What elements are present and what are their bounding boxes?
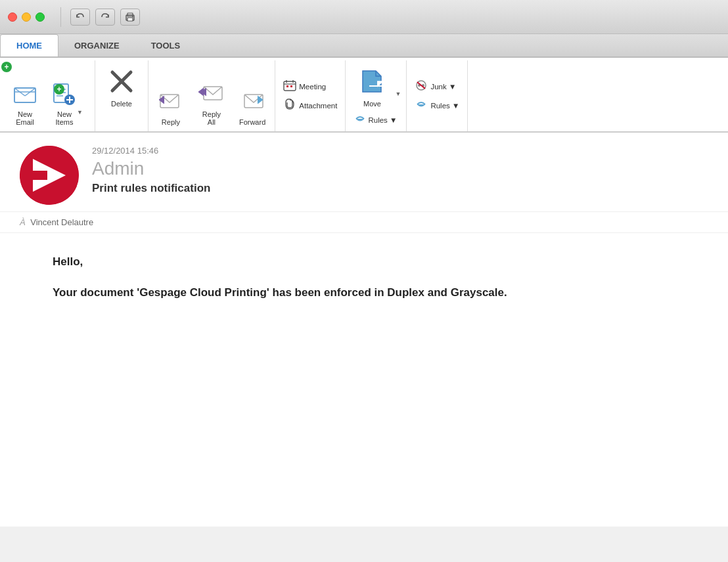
- move-label: Move: [363, 100, 381, 108]
- plus-badge: +: [1, 62, 12, 72]
- meeting-label: Meeting: [299, 83, 326, 91]
- new-email-label: NewEmail: [16, 110, 34, 126]
- plus-badge-items: +: [54, 84, 64, 95]
- tab-bar: HOME ORGANIZE TOOLS: [0, 34, 728, 58]
- new-email-button[interactable]: + NewEmail: [5, 79, 45, 129]
- respond-buttons: Reply ReplyAll: [151, 63, 272, 129]
- attachment-label: Attachment: [299, 102, 337, 110]
- sender-info: 29/12/2014 15:46 Admin Print rules notif…: [92, 146, 708, 195]
- delete-icon: [107, 67, 136, 98]
- tab-home[interactable]: HOME: [0, 34, 58, 56]
- email-date: 29/12/2014 15:46: [92, 146, 708, 156]
- tab-organize[interactable]: ORGANIZE: [58, 34, 135, 56]
- ribbon: + NewEmail +: [0, 58, 728, 133]
- ribbon-group-respond: Reply ReplyAll: [148, 60, 275, 131]
- reply-label: Reply: [162, 118, 180, 126]
- email-recipient: Vincent Delautre: [30, 217, 93, 227]
- reply-button[interactable]: Reply: [151, 85, 191, 129]
- rules2-button[interactable]: Rules ▼: [411, 97, 463, 115]
- new-group-buttons: + NewEmail +: [5, 63, 89, 129]
- ribbon-group-meeting-attachment: Meeting Attachment: [275, 60, 346, 131]
- email-greeting: Hello,: [53, 253, 675, 270]
- new-email-icon-area: +: [12, 83, 38, 109]
- new-items-label: NewItems: [56, 110, 74, 126]
- email-header: 29/12/2014 15:46 Admin Print rules notif…: [0, 133, 728, 212]
- svg-rect-20: [284, 81, 296, 91]
- meeting-icon: [283, 79, 296, 94]
- delete-label: Delete: [111, 100, 132, 108]
- traffic-lights: [8, 12, 45, 22]
- reply-icon: [158, 89, 184, 117]
- rules-icon: [355, 114, 365, 127]
- new-items-icon-area: +: [53, 83, 76, 109]
- sender-avatar: [20, 146, 79, 205]
- rules-button[interactable]: Rules ▼: [351, 112, 401, 129]
- to-label: À: [20, 217, 26, 227]
- junk-icon: [415, 79, 428, 94]
- ribbon-group-move: Move ▼ Rules ▼: [346, 60, 407, 131]
- rules-label: Rules ▼: [368, 116, 397, 124]
- email-content: 29/12/2014 15:46 Admin Print rules notif…: [0, 133, 728, 527]
- junk-button[interactable]: Junk ▼: [411, 77, 463, 96]
- ribbon-group-delete: Delete: [95, 60, 148, 131]
- minimize-button[interactable]: [22, 12, 31, 22]
- sender-name: Admin: [92, 158, 708, 179]
- undo-button[interactable]: [70, 9, 90, 26]
- forward-button[interactable]: Forward: [233, 85, 272, 129]
- print-button[interactable]: [120, 9, 140, 26]
- svg-point-3: [132, 16, 133, 17]
- maximize-button[interactable]: [35, 12, 45, 22]
- move-dropdown-icon: ▼: [395, 91, 401, 97]
- move-icon: [357, 67, 386, 98]
- svg-rect-1: [127, 18, 133, 21]
- email-body: Hello, Your document 'Gespage Cloud Prin…: [0, 233, 728, 334]
- rules2-icon: [415, 98, 428, 113]
- title-bar: [0, 0, 728, 34]
- ribbon-group-junk: Junk ▼ Rules ▼: [407, 60, 468, 131]
- forward-label: Forward: [239, 118, 265, 126]
- new-items-dropdown-icon: ▼: [77, 109, 83, 116]
- reply-all-button[interactable]: ReplyAll: [192, 77, 231, 129]
- svg-rect-33: [33, 171, 47, 180]
- email-main-text: Your document 'Gespage Cloud Printing' h…: [53, 284, 675, 301]
- forward-icon: [239, 89, 265, 117]
- move-button[interactable]: Move: [351, 63, 393, 110]
- reply-all-icon: [198, 81, 225, 109]
- email-subject: Print rules notification: [92, 182, 708, 195]
- new-items-button[interactable]: + NewItems ▼: [46, 79, 89, 129]
- svg-rect-22: [286, 85, 288, 87]
- close-button[interactable]: [8, 12, 17, 22]
- redo-button[interactable]: [95, 9, 115, 26]
- junk-label: Junk ▼: [430, 83, 456, 91]
- attachment-button[interactable]: Attachment: [279, 97, 341, 115]
- attachment-icon: [283, 98, 296, 113]
- divider: [60, 7, 61, 27]
- rules2-label: Rules ▼: [430, 102, 459, 110]
- svg-rect-23: [290, 85, 292, 87]
- delete-button[interactable]: Delete: [101, 63, 143, 110]
- email-to-line: À Vincent Delautre: [0, 212, 728, 233]
- ribbon-group-new: + NewEmail +: [0, 60, 95, 131]
- meeting-button[interactable]: Meeting: [279, 77, 341, 96]
- tab-tools[interactable]: TOOLS: [135, 34, 196, 56]
- reply-all-label: ReplyAll: [202, 110, 221, 126]
